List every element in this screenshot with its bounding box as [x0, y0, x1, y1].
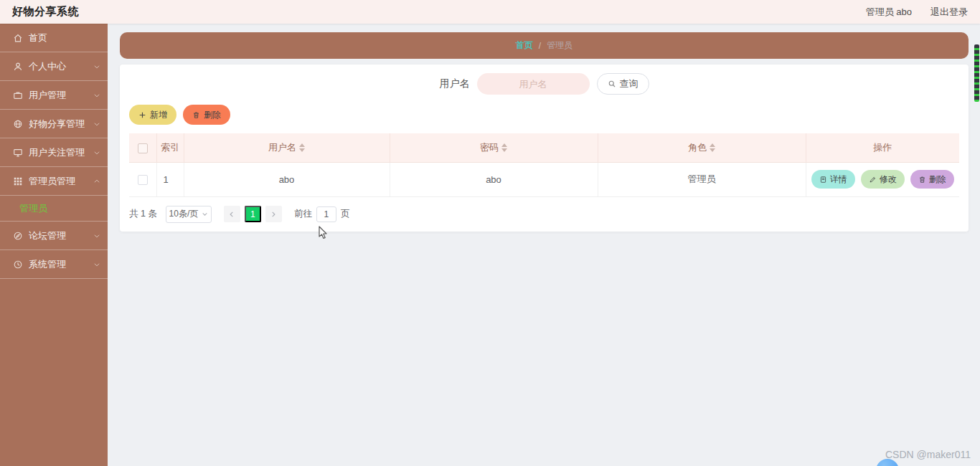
add-button-label: 新增 — [150, 109, 167, 121]
clock-icon — [13, 260, 23, 270]
admin-table: 索引 用户名 密码 角色 操作 1 abo abo 管理员 — [129, 133, 959, 197]
sidebar-item-admin-management[interactable]: 管理员管理 — [0, 167, 108, 196]
monitor-icon — [13, 148, 23, 158]
breadcrumb: 首页 / 管理员 — [120, 32, 969, 59]
main-content: 首页 / 管理员 用户名 查询 新增 — [108, 24, 980, 466]
chevron-down-icon — [93, 261, 100, 268]
scrollbar-marker[interactable] — [974, 44, 979, 102]
delete-button[interactable]: 删除 — [183, 105, 230, 125]
chevron-down-icon — [93, 92, 100, 99]
cell-role: 管理员 — [598, 162, 806, 196]
edit-button-label: 修改 — [880, 173, 897, 186]
column-header-role[interactable]: 角色 — [598, 133, 806, 162]
goto-page-group: 前往 页 — [294, 206, 350, 222]
row-delete-button-label: 删除 — [929, 173, 946, 186]
plus-icon — [138, 111, 146, 119]
sidebar-item-label: 用户关注管理 — [29, 146, 93, 159]
sidebar: 首页 个人中心 用户管理 好物分享管理 用户关注管理 — [0, 24, 108, 466]
sidebar-item-label: 首页 — [29, 32, 100, 44]
table-header-row: 索引 用户名 密码 角色 操作 — [129, 133, 959, 162]
current-user-label[interactable]: 管理员 abo — [866, 6, 912, 19]
cell-index: 1 — [156, 162, 184, 196]
goto-page-input[interactable] — [316, 206, 336, 222]
column-label: 操作 — [873, 141, 892, 154]
select-all-cell — [129, 133, 156, 162]
csdn-watermark: CSDN @maker011 — [885, 449, 971, 460]
breadcrumb-home[interactable]: 首页 — [516, 39, 533, 52]
content-panel: 用户名 查询 新增 删除 — [120, 65, 969, 232]
sidebar-item-system-management[interactable]: 系统管理 — [0, 250, 108, 279]
chevron-down-icon — [93, 120, 100, 128]
breadcrumb-current: 管理员 — [547, 39, 573, 52]
column-label: 索引 — [161, 141, 179, 154]
page-size-value: 10条/页 — [169, 208, 199, 220]
column-header-password[interactable]: 密码 — [390, 133, 598, 162]
edit-button[interactable]: 修改 — [861, 170, 905, 189]
detail-button[interactable]: 详情 — [811, 170, 855, 189]
sidebar-item-forum-management[interactable]: 论坛管理 — [0, 222, 108, 250]
total-count-label: 共 1 条 — [129, 208, 157, 220]
goto-label: 前往 — [294, 208, 312, 220]
header-right: 管理员 abo 退出登录 — [866, 6, 968, 19]
current-page-button[interactable]: 1 — [245, 206, 261, 222]
user-icon — [13, 62, 23, 72]
chevron-right-icon — [270, 211, 277, 218]
grid-icon — [13, 176, 23, 186]
cell-password: abo — [390, 162, 598, 196]
chevron-down-icon — [93, 149, 100, 156]
toolbar: 新增 删除 — [129, 105, 959, 125]
sidebar-item-label: 用户管理 — [29, 89, 93, 102]
sidebar-subitem-label: 管理员 — [19, 202, 47, 215]
cell-username: abo — [184, 162, 390, 196]
table-row: 1 abo abo 管理员 详情 — [129, 162, 959, 196]
row-select-cell — [129, 162, 156, 196]
detail-button-label: 详情 — [830, 173, 847, 186]
row-checkbox[interactable] — [138, 175, 148, 185]
delete-button-label: 删除 — [204, 109, 221, 121]
sidebar-item-share-management[interactable]: 好物分享管理 — [0, 110, 108, 138]
sidebar-item-home[interactable]: 首页 — [0, 24, 108, 52]
row-delete-button[interactable]: 删除 — [910, 170, 954, 189]
globe-icon — [13, 119, 23, 129]
chevron-left-icon — [228, 211, 235, 218]
sidebar-item-label: 论坛管理 — [29, 229, 93, 242]
search-row: 用户名 查询 — [129, 72, 959, 96]
sidebar-item-label: 好物分享管理 — [29, 118, 93, 130]
select-all-checkbox[interactable] — [138, 143, 148, 153]
search-icon — [608, 80, 616, 88]
app-header: 好物分享系统 管理员 abo 退出登录 — [0, 0, 980, 24]
sort-icon[interactable] — [501, 143, 507, 152]
column-header-index: 索引 — [156, 133, 184, 162]
page-unit-label: 页 — [341, 208, 350, 220]
sidebar-item-label: 系统管理 — [29, 258, 93, 271]
sort-icon[interactable] — [299, 143, 305, 152]
column-header-username[interactable]: 用户名 — [184, 133, 390, 162]
document-icon — [819, 176, 827, 184]
prev-page-button[interactable] — [224, 206, 240, 222]
next-page-button[interactable] — [265, 206, 282, 222]
breadcrumb-separator: / — [539, 41, 541, 51]
sidebar-item-personal-center[interactable]: 个人中心 — [0, 52, 108, 81]
trash-icon — [192, 111, 200, 119]
pen-icon — [869, 176, 877, 184]
logout-button[interactable]: 退出登录 — [930, 6, 968, 19]
trash-icon — [918, 176, 926, 184]
sidebar-item-follow-management[interactable]: 用户关注管理 — [0, 138, 108, 167]
sidebar-subitem-admin[interactable]: 管理员 — [0, 196, 108, 222]
sidebar-item-label: 管理员管理 — [29, 175, 93, 188]
sidebar-item-user-management[interactable]: 用户管理 — [0, 81, 108, 110]
username-search-input[interactable] — [477, 73, 590, 95]
search-field-label: 用户名 — [440, 77, 470, 90]
home-icon — [13, 33, 23, 43]
search-button[interactable]: 查询 — [597, 73, 649, 95]
briefcase-icon — [13, 90, 23, 100]
column-label: 密码 — [480, 141, 499, 154]
column-header-actions: 操作 — [806, 133, 959, 162]
add-button[interactable]: 新增 — [129, 105, 176, 125]
column-label: 用户名 — [268, 141, 296, 154]
sort-icon[interactable] — [710, 143, 715, 152]
sidebar-item-label: 个人中心 — [29, 60, 93, 73]
compass-icon — [13, 231, 23, 241]
chevron-down-icon — [93, 63, 100, 70]
page-size-select[interactable]: 10条/页 — [166, 206, 212, 223]
